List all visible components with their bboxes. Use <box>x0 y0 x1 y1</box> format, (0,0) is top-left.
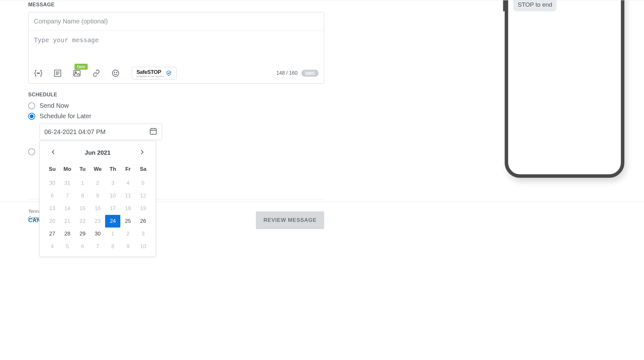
calendar-day[interactable]: 8 <box>105 240 120 253</box>
calendar-day[interactable]: 31 <box>60 177 75 190</box>
schedule-datetime-input[interactable] <box>44 128 149 136</box>
calendar-day[interactable]: 7 <box>90 240 105 253</box>
calendar-day[interactable]: 22 <box>75 215 90 228</box>
calendar-day[interactable]: 3 <box>105 177 120 190</box>
calendar-day[interactable]: 10 <box>136 240 151 253</box>
new-badge: New <box>74 64 88 70</box>
calendar-day[interactable]: 28 <box>60 228 75 240</box>
sms-type-pill: SMS <box>301 70 319 77</box>
svg-point-11 <box>117 72 117 73</box>
calendar-day[interactable]: 5 <box>60 240 75 253</box>
calendar-dow: Th <box>105 163 120 177</box>
svg-rect-12 <box>150 129 156 134</box>
message-section-label: MESSAGE <box>28 2 325 8</box>
shield-check-icon <box>166 70 172 76</box>
review-message-button[interactable]: REVIEW MESSAGE <box>256 211 324 229</box>
message-body-input[interactable] <box>28 31 324 66</box>
calendar-day[interactable]: 2 <box>120 228 136 240</box>
calendar-day[interactable]: 20 <box>45 215 60 228</box>
calendar-day[interactable]: 16 <box>90 202 105 215</box>
calendar-day[interactable]: 9 <box>120 240 136 253</box>
calendar-dow: Mo <box>60 163 75 177</box>
calendar-day[interactable]: 6 <box>75 240 90 253</box>
calendar-day[interactable]: 21 <box>60 215 75 228</box>
calendar-day[interactable]: 7 <box>60 190 75 202</box>
company-name-input[interactable] <box>28 12 324 31</box>
calendar-day[interactable]: 11 <box>120 190 136 202</box>
calendar-day[interactable]: 5 <box>136 177 151 190</box>
character-count: 148 / 160 <box>276 70 298 76</box>
schedule-datetime-field[interactable] <box>40 124 162 140</box>
emoji-icon[interactable] <box>111 69 120 78</box>
chevron-right-icon <box>141 150 144 154</box>
radio-send-now[interactable]: Send Now <box>28 102 325 109</box>
link-icon[interactable] <box>92 69 101 78</box>
calendar-day[interactable]: 10 <box>105 190 120 202</box>
svg-point-0 <box>37 73 38 74</box>
safestop-powered-text: POWERED BY EZ TEXTING <box>136 75 164 77</box>
calendar-dow: Tu <box>75 163 90 177</box>
radio-schedule-later[interactable]: Schedule for Later <box>28 113 325 120</box>
calendar-day[interactable]: 19 <box>136 202 151 215</box>
calendar-next-month[interactable] <box>139 148 145 157</box>
calendar-month-title: Jun 2021 <box>85 149 110 156</box>
date-picker-popover: Jun 2021 SuMoTuWeThFrSa30311234567891011… <box>39 141 156 257</box>
calendar-day[interactable]: 18 <box>120 202 136 215</box>
safestop-brand-1: Safe <box>136 69 147 75</box>
message-toolbar: New SafeSTOP POWERED BY EZ TEXTING 148 /… <box>28 67 324 83</box>
calendar-day[interactable]: 6 <box>45 190 60 202</box>
radio-schedule-later-label: Schedule for Later <box>40 113 91 120</box>
phone-mockup: STOP to end <box>505 0 624 178</box>
message-editor: New SafeSTOP POWERED BY EZ TEXTING 148 /… <box>28 12 324 84</box>
svg-rect-7 <box>74 70 80 76</box>
calendar-day[interactable]: 9 <box>90 190 105 202</box>
image-icon[interactable]: New <box>73 69 81 78</box>
calendar-day[interactable]: 23 <box>90 215 105 228</box>
calendar-day[interactable]: 26 <box>136 215 151 228</box>
calendar-day[interactable]: 13 <box>45 202 60 215</box>
calendar-icon[interactable] <box>149 127 157 137</box>
calendar-day[interactable]: 30 <box>45 177 60 190</box>
safestop-brand-2: STOP <box>147 69 161 75</box>
radio-icon-selected <box>28 113 35 120</box>
calendar-day[interactable]: 15 <box>75 202 90 215</box>
radio-icon <box>28 148 35 155</box>
radio-send-now-label: Send Now <box>40 102 69 109</box>
svg-point-9 <box>112 70 119 76</box>
calendar-day[interactable]: 24 <box>105 215 120 228</box>
calendar-day[interactable]: 4 <box>120 177 136 190</box>
radio-icon <box>28 102 35 109</box>
calendar-day[interactable]: 3 <box>136 228 151 240</box>
calendar-dow: We <box>90 163 105 177</box>
schedule-section-label: SCHEDULE <box>28 92 325 98</box>
calendar-day[interactable]: 14 <box>60 202 75 215</box>
calendar-day[interactable]: 2 <box>90 177 105 190</box>
svg-point-2 <box>39 73 40 74</box>
template-icon[interactable] <box>53 69 62 78</box>
calendar-day[interactable]: 8 <box>75 190 90 202</box>
calendar-day[interactable]: 27 <box>45 228 60 240</box>
phone-preview-message: STOP to end <box>513 0 557 11</box>
calendar-day[interactable]: 29 <box>75 228 90 240</box>
calendar-dow: Fr <box>120 163 136 177</box>
phone-preview-wrap: STOP to end <box>485 0 644 178</box>
safestop-button[interactable]: SafeSTOP POWERED BY EZ TEXTING <box>132 67 177 80</box>
merge-field-icon[interactable] <box>34 69 43 78</box>
calendar-day[interactable]: 25 <box>120 215 136 228</box>
calendar-day[interactable]: 1 <box>105 228 120 240</box>
svg-point-10 <box>114 72 115 73</box>
calendar-day[interactable]: 12 <box>136 190 151 202</box>
calendar-prev-month[interactable] <box>50 148 56 157</box>
calendar-day[interactable]: 1 <box>75 177 90 190</box>
calendar-day[interactable]: 30 <box>90 228 105 240</box>
calendar-day[interactable]: 4 <box>45 240 60 253</box>
calendar-dow: Su <box>45 163 60 177</box>
calendar-dow: Sa <box>136 163 151 177</box>
calendar-grid: SuMoTuWeThFrSa30311234567891011121314151… <box>45 163 151 253</box>
chevron-left-icon <box>52 150 55 154</box>
calendar-day[interactable]: 17 <box>105 202 120 215</box>
svg-point-1 <box>38 73 39 74</box>
